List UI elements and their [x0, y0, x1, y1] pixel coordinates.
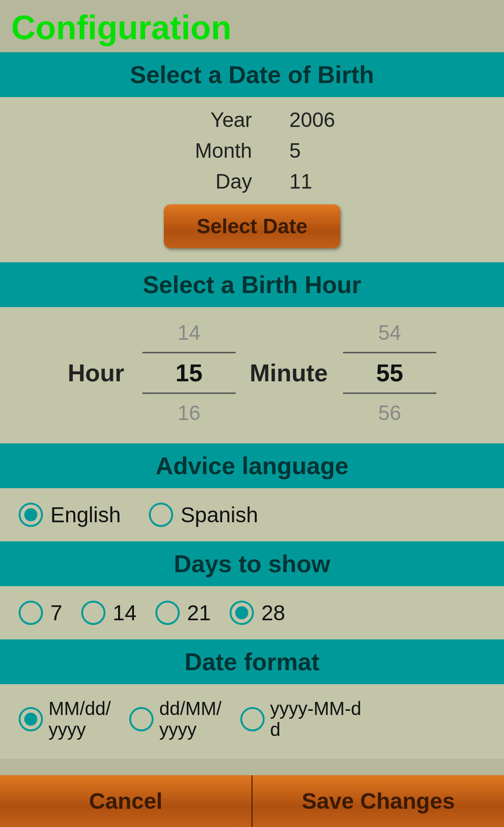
dob-section: Year 2006 Month 5 Day 11 Select Date — [0, 97, 504, 262]
save-button[interactable]: Save Changes — [252, 775, 504, 827]
month-row: Month 5 — [19, 139, 485, 162]
minute-current: 55 — [376, 356, 403, 390]
format-ymd-circle[interactable] — [240, 707, 265, 731]
days-section: 7 14 21 28 — [0, 586, 504, 639]
days-7-label: 7 — [50, 600, 63, 625]
hour-header: Select a Birth Hour — [0, 262, 504, 307]
minute-divider-bottom — [343, 392, 436, 394]
year-value: 2006 — [289, 108, 336, 132]
days-21-radio[interactable]: 21 — [155, 600, 211, 625]
cancel-button[interactable]: Cancel — [0, 775, 252, 827]
days-radio-row: 7 14 21 28 — [19, 596, 485, 630]
english-label: English — [50, 502, 121, 527]
days-14-circle[interactable] — [81, 601, 105, 625]
days-21-label: 21 — [187, 600, 211, 625]
format-radio-row: MM/dd/yyyy dd/MM/yyyy yyyy-MM-dd — [19, 694, 485, 745]
hour-divider-top — [142, 352, 236, 353]
year-label: Year — [168, 108, 252, 132]
spanish-label: Spanish — [181, 502, 258, 527]
dob-header: Select a Date of Birth — [0, 52, 504, 97]
english-radio-circle[interactable] — [19, 503, 43, 527]
day-row: Day 11 — [19, 170, 485, 193]
page-title: Configuration — [0, 0, 504, 52]
day-value: 11 — [289, 170, 336, 193]
minute-prev: 54 — [378, 316, 401, 349]
hour-section: Hour 14 15 16 Minute 54 55 56 — [0, 307, 504, 443]
format-mdy-radio[interactable]: MM/dd/yyyy — [19, 698, 111, 740]
english-radio[interactable]: English — [19, 502, 121, 527]
days-7-radio[interactable]: 7 — [19, 600, 63, 625]
format-mdy-circle[interactable] — [19, 707, 43, 731]
hour-picker: Hour 14 15 16 Minute 54 55 56 — [19, 316, 485, 429]
days-28-label: 28 — [261, 600, 285, 625]
spanish-radio[interactable]: Spanish — [149, 502, 258, 527]
format-dmy-radio[interactable]: dd/MM/yyyy — [129, 698, 221, 740]
days-header: Days to show — [0, 541, 504, 586]
advice-header: Advice language — [0, 443, 504, 488]
format-section: MM/dd/yyyy dd/MM/yyyy yyyy-MM-dd — [0, 684, 504, 759]
hour-next: 16 — [178, 397, 201, 429]
days-28-circle[interactable] — [230, 601, 254, 625]
month-label: Month — [168, 139, 252, 162]
minute-picker-column[interactable]: 54 55 56 — [343, 316, 436, 429]
day-label: Day — [168, 170, 252, 193]
days-28-radio[interactable]: 28 — [230, 600, 285, 625]
spanish-radio-circle[interactable] — [149, 503, 173, 527]
language-radio-row: English Spanish — [19, 498, 485, 532]
hour-current: 15 — [175, 356, 203, 390]
hour-label: Hour — [68, 359, 128, 387]
format-ymd-label: yyyy-MM-dd — [270, 698, 362, 740]
hour-divider-bottom — [142, 392, 236, 394]
month-value: 5 — [289, 139, 336, 162]
minute-divider-top — [343, 352, 436, 353]
days-14-label: 14 — [113, 600, 137, 625]
format-mdy-label: MM/dd/yyyy — [49, 698, 111, 740]
hour-prev: 14 — [178, 316, 201, 349]
days-21-circle[interactable] — [155, 601, 180, 625]
days-7-circle[interactable] — [19, 601, 43, 625]
format-header: Date format — [0, 639, 504, 684]
advice-section: English Spanish — [0, 488, 504, 541]
year-row: Year 2006 — [19, 108, 485, 132]
minute-next: 56 — [378, 397, 401, 429]
minute-label: Minute — [250, 359, 329, 387]
hour-picker-column[interactable]: 14 15 16 — [142, 316, 236, 429]
format-dmy-circle[interactable] — [129, 707, 154, 731]
format-ymd-radio[interactable]: yyyy-MM-dd — [240, 698, 362, 740]
days-14-radio[interactable]: 14 — [81, 600, 137, 625]
format-dmy-label: dd/MM/yyyy — [159, 698, 221, 740]
select-date-button[interactable]: Select Date — [164, 204, 340, 248]
bottom-buttons: Cancel Save Changes — [0, 775, 504, 827]
